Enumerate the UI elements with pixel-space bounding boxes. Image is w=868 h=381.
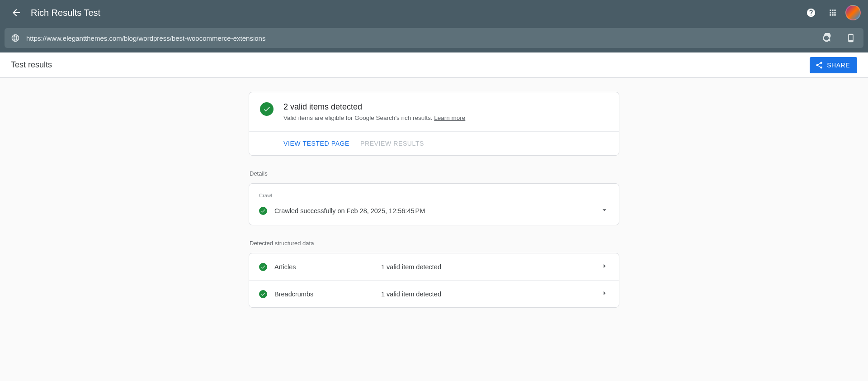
details-section-label: Details <box>250 170 619 177</box>
structured-data-card: Articles 1 valid item detected Breadcrum… <box>249 253 619 308</box>
app-header: Rich Results Test <box>0 0 868 25</box>
chevron-right-icon <box>600 262 609 271</box>
row-count: 1 valid item detected <box>381 263 593 271</box>
crawl-message: Crawled successfully on Feb 28, 2025, 12… <box>274 207 593 214</box>
refresh-icon <box>821 33 831 43</box>
back-button[interactable] <box>7 4 25 22</box>
chevron-right-icon <box>600 289 609 298</box>
sub-header: Test results SHARE <box>0 52 868 78</box>
share-button[interactable]: SHARE <box>810 57 857 73</box>
url-input-wrap: https://www.elegantthemes.com/blog/wordp… <box>5 28 863 48</box>
success-check-icon <box>260 102 274 116</box>
globe-icon <box>11 33 20 43</box>
arrow-back-icon <box>11 7 22 18</box>
row-expand[interactable] <box>600 262 609 272</box>
crawl-heading: Crawl <box>249 184 619 198</box>
help-button[interactable] <box>802 4 820 22</box>
structured-data-row-articles[interactable]: Articles 1 valid item detected <box>249 253 619 280</box>
summary-subtitle: Valid items are eligible for Google Sear… <box>283 114 465 121</box>
row-expand[interactable] <box>600 289 609 299</box>
crawl-row[interactable]: Crawled successfully on Feb 28, 2025, 12… <box>249 198 619 225</box>
summary-card: 2 valid items detected Valid items are e… <box>249 92 619 156</box>
row-count: 1 valid item detected <box>381 291 593 298</box>
content-scroll[interactable]: 2 valid items detected Valid items are e… <box>0 78 868 381</box>
expand-toggle[interactable] <box>600 205 609 216</box>
refresh-button[interactable] <box>817 29 835 47</box>
summary-title: 2 valid items detected <box>283 102 465 112</box>
smartphone-icon <box>846 33 855 43</box>
crawl-card: Crawl Crawled successfully on Feb 28, 20… <box>249 183 619 225</box>
row-name: Articles <box>274 263 374 271</box>
learn-more-link[interactable]: Learn more <box>434 114 465 121</box>
structured-data-row-breadcrumbs[interactable]: Breadcrumbs 1 valid item detected <box>249 280 619 307</box>
chevron-down-icon <box>600 205 609 214</box>
device-button[interactable] <box>842 29 860 47</box>
row-success-icon <box>259 263 267 271</box>
apps-button[interactable] <box>824 4 842 22</box>
app-title: Rich Results Test <box>31 8 100 18</box>
url-bar: https://www.elegantthemes.com/blog/wordp… <box>0 25 868 52</box>
url-input[interactable]: https://www.elegantthemes.com/blog/wordp… <box>26 34 811 42</box>
page-title: Test results <box>11 60 52 70</box>
crawl-success-icon <box>259 207 267 215</box>
apps-grid-icon <box>828 8 837 17</box>
account-avatar[interactable] <box>845 5 861 20</box>
share-button-label: SHARE <box>827 62 850 69</box>
help-icon <box>806 8 816 18</box>
view-tested-page-button[interactable]: VIEW TESTED PAGE <box>283 140 349 147</box>
row-name: Breadcrumbs <box>274 291 374 298</box>
row-success-icon <box>259 290 267 298</box>
preview-results-button: PREVIEW RESULTS <box>360 140 424 147</box>
structured-data-label: Detected structured data <box>250 240 619 247</box>
share-icon <box>815 61 823 69</box>
